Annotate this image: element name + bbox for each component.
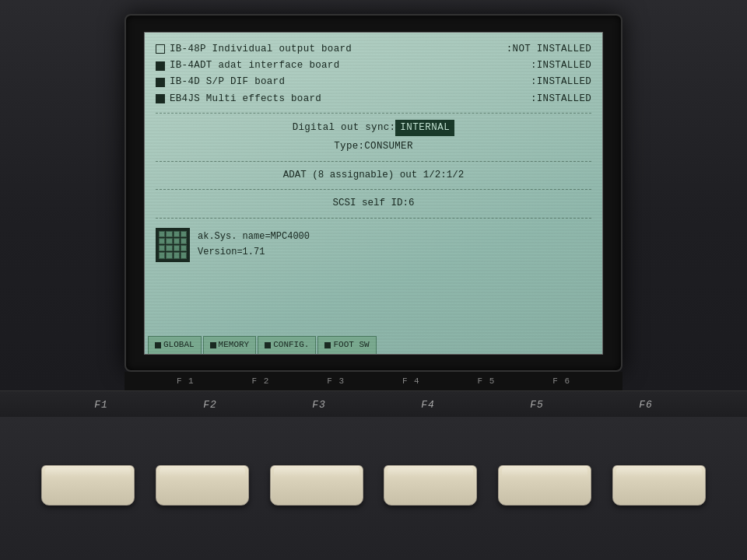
board-status-eb4js: :INSTALLED — [531, 92, 591, 107]
version: Version=1.71 — [198, 245, 310, 260]
fkey-button-1[interactable] — [41, 465, 135, 506]
checkbox-ib4adt — [156, 61, 165, 71]
digital-out-sync-row: Digital out sync: INTERNAL — [156, 120, 591, 136]
board-name-eb4js: EB4JS Multi effects board — [170, 92, 526, 107]
fkey-screen-4: F 4 — [402, 376, 420, 386]
board-row-3: IB-4D S/P DIF board :INSTALLED — [156, 75, 591, 89]
type-row: Type: CONSUMER — [156, 139, 591, 154]
tab-footsw-label: FOOT SW — [333, 338, 369, 352]
mpc-icon — [156, 228, 190, 262]
board-row-2: IB-4ADT adat interface board :INSTALLED — [156, 58, 591, 73]
tab-footsw[interactable]: FOOT SW — [317, 336, 376, 353]
board-status-ib4d: :INSTALLED — [531, 75, 591, 89]
digital-out-sync-value: INTERNAL — [395, 120, 454, 136]
checkbox-eb4js — [156, 94, 165, 103]
sys-name: ak.Sys. name=MPC4000 — [198, 229, 310, 244]
screen-tabs: GLOBAL MEMORY CONFIG. FOOT SW — [145, 336, 602, 353]
separator-2 — [156, 161, 591, 162]
tab-global[interactable]: GLOBAL — [148, 336, 202, 353]
fkey-screen-6: F 6 — [552, 376, 570, 386]
screen-bezel: IB-48P Individual output board :NOT INST… — [124, 14, 622, 372]
mpc-info-row: ak.Sys. name=MPC4000 Version=1.71 — [156, 225, 591, 265]
tab-config[interactable]: CONFIG. — [258, 336, 316, 353]
fkey-button-2[interactable] — [156, 465, 249, 506]
type-label: Type: — [334, 139, 364, 154]
board-row-4: EB4JS Multi effects board :INSTALLED — [156, 92, 591, 107]
tab-memory-label: MEMORY — [219, 338, 250, 352]
digital-out-sync-label: Digital out sync: — [293, 121, 396, 135]
checkbox-ib48p — [156, 44, 165, 54]
fkey-label-4: F4 — [421, 399, 435, 411]
fkey-label-1: F1 — [94, 399, 108, 411]
device-body: IB-48P Individual output board :NOT INST… — [0, 0, 747, 560]
fkey-screen-3: F 3 — [327, 376, 345, 386]
adat-label: ADAT (8 assignable) out 1/2:1/2 — [283, 168, 465, 183]
tab-global-label: GLOBAL — [163, 338, 195, 352]
fkey-button-6[interactable] — [612, 465, 706, 506]
board-name-ib4d: IB-4D S/P DIF board — [170, 75, 526, 89]
adat-row: ADAT (8 assignable) out 1/2:1/2 — [156, 168, 591, 183]
tab-footsw-icon — [324, 342, 331, 348]
scsi-label: SCSI self ID:6 — [332, 196, 414, 211]
mpc-text: ak.Sys. name=MPC4000 Version=1.71 — [198, 229, 310, 259]
fkey-labels-screen: F 1 F 2 F 3 F 4 F 5 F 6 — [124, 372, 622, 390]
button-row — [0, 417, 747, 560]
fkey-screen-2: F 2 — [252, 376, 270, 386]
tab-config-label: CONFIG. — [273, 338, 309, 352]
board-name-ib4adt: IB-4ADT adat interface board — [170, 58, 526, 73]
fkey-label-2: F2 — [203, 399, 217, 411]
scsi-row: SCSI self ID:6 — [156, 196, 591, 211]
fkey-label-6: F6 — [639, 399, 653, 411]
board-entries: IB-48P Individual output board :NOT INST… — [156, 42, 591, 107]
fkey-section: F1 F2 F3 F4 F5 F6 — [0, 390, 747, 417]
tab-global-icon — [155, 342, 161, 348]
fkey-screen-5: F 5 — [478, 376, 496, 386]
board-row-1: IB-48P Individual output board :NOT INST… — [156, 42, 591, 57]
tab-memory-icon — [210, 342, 216, 348]
tab-config-icon — [265, 342, 271, 348]
board-status-ib48p: :NOT INSTALLED — [507, 42, 591, 57]
screen-content: IB-48P Individual output board :NOT INST… — [145, 33, 602, 354]
screen: IB-48P Individual output board :NOT INST… — [144, 32, 603, 355]
fkey-label-3: F3 — [312, 399, 326, 411]
type-value: CONSUMER — [364, 139, 412, 154]
separator-4 — [156, 218, 591, 219]
fkey-button-3[interactable] — [270, 465, 363, 506]
checkbox-ib4d — [156, 78, 165, 87]
separator-3 — [156, 189, 591, 190]
fkey-screen-1: F 1 — [177, 376, 195, 386]
board-name-ib48p: IB-48P Individual output board — [170, 42, 502, 57]
fkey-label-5: F5 — [530, 399, 544, 411]
fkey-button-5[interactable] — [498, 465, 591, 506]
board-status-ib4adt: :INSTALLED — [531, 58, 591, 73]
separator-1 — [156, 113, 591, 114]
fkey-button-4[interactable] — [384, 465, 477, 506]
tab-memory[interactable]: MEMORY — [203, 336, 257, 353]
